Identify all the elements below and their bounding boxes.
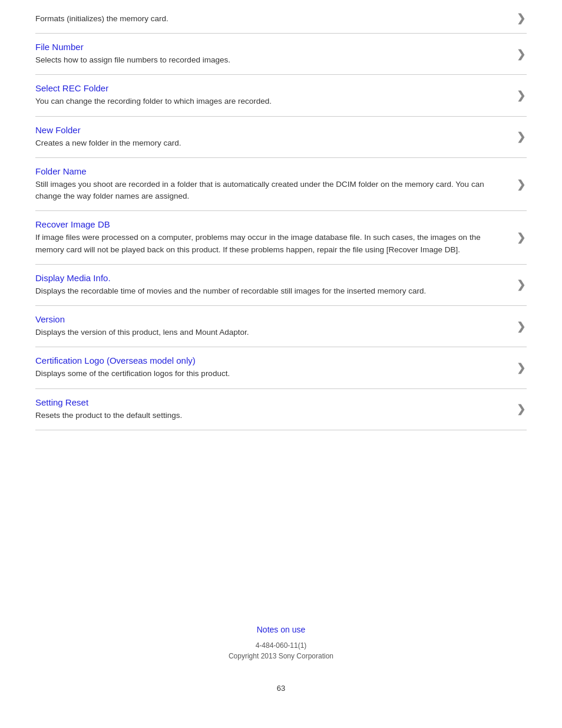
folder-name-item[interactable]: Folder Name Still images you shoot are r… — [35, 158, 527, 212]
copyright: Copyright 2013 Sony Corporation — [35, 652, 527, 660]
version-item[interactable]: Version Displays the version of this pro… — [35, 306, 527, 347]
display-media-info-title: Display Media Info. — [35, 273, 503, 283]
version-desc: Displays the version of this product, le… — [35, 327, 503, 338]
display-media-info-desc: Displays the recordable time of movies a… — [35, 285, 503, 297]
file-number-content: File Number Selects how to assign file n… — [35, 42, 515, 66]
setting-reset-content: Setting Reset Resets the product to the … — [35, 397, 515, 421]
new-folder-title: New Folder — [35, 125, 503, 135]
new-folder-content: New Folder Creates a new folder in the m… — [35, 125, 515, 149]
folder-name-content: Folder Name Still images you shoot are r… — [35, 166, 515, 203]
select-rec-folder-item[interactable]: Select REC Folder You can change the rec… — [35, 75, 527, 116]
file-number-title: File Number — [35, 42, 503, 52]
setting-reset-chevron: ❯ — [515, 403, 527, 416]
format-desc: Formats (initializes) the memory card. — [35, 14, 515, 23]
setting-reset-desc: Resets the product to the default settin… — [35, 410, 503, 421]
select-rec-folder-chevron: ❯ — [515, 89, 527, 102]
recover-image-db-content: Recover Image DB If image files were pro… — [35, 219, 515, 256]
new-folder-chevron: ❯ — [515, 130, 527, 143]
folder-name-chevron: ❯ — [515, 178, 527, 191]
display-media-info-content: Display Media Info. Displays the recorda… — [35, 273, 515, 297]
footer: Notes on use 4-484-060-11(1) Copyright 2… — [35, 589, 527, 660]
display-media-info-chevron: ❯ — [515, 278, 527, 291]
certification-logo-chevron: ❯ — [515, 361, 527, 374]
certification-logo-item[interactable]: Certification Logo (Overseas model only)… — [35, 347, 527, 388]
display-media-info-item[interactable]: Display Media Info. Displays the recorda… — [35, 265, 527, 306]
version-chevron: ❯ — [515, 320, 527, 333]
page-number: 63 — [35, 684, 527, 704]
select-rec-folder-desc: You can change the recording folder to w… — [35, 95, 503, 107]
file-number-chevron: ❯ — [515, 48, 527, 61]
recover-image-db-item[interactable]: Recover Image DB If image files were pro… — [35, 211, 527, 265]
setting-reset-item[interactable]: Setting Reset Resets the product to the … — [35, 389, 527, 430]
new-folder-item[interactable]: New Folder Creates a new folder in the m… — [35, 117, 527, 158]
recover-image-db-desc: If image files were processed on a compu… — [35, 232, 503, 256]
certification-logo-content: Certification Logo (Overseas model only)… — [35, 355, 515, 380]
version-title: Version — [35, 314, 503, 324]
folder-name-title: Folder Name — [35, 166, 503, 176]
file-number-desc: Selects how to assign file numbers to re… — [35, 54, 503, 66]
folder-name-desc: Still images you shoot are recorded in a… — [35, 179, 503, 203]
select-rec-folder-content: Select REC Folder You can change the rec… — [35, 83, 515, 107]
recover-image-db-chevron: ❯ — [515, 231, 527, 244]
certification-logo-title: Certification Logo (Overseas model only) — [35, 355, 503, 365]
format-chevron: ❯ — [515, 12, 527, 25]
new-folder-desc: Creates a new folder in the memory card. — [35, 137, 503, 149]
product-code: 4-484-060-11(1) — [35, 641, 527, 650]
version-content: Version Displays the version of this pro… — [35, 314, 515, 338]
format-item[interactable]: Formats (initializes) the memory card. ❯ — [35, 12, 527, 34]
recover-image-db-title: Recover Image DB — [35, 219, 503, 229]
file-number-item[interactable]: File Number Selects how to assign file n… — [35, 34, 527, 75]
page-container: Formats (initializes) the memory card. ❯… — [0, 0, 562, 728]
setting-reset-title: Setting Reset — [35, 397, 503, 407]
notes-on-use-link[interactable]: Notes on use — [35, 625, 527, 634]
select-rec-folder-title: Select REC Folder — [35, 83, 503, 93]
certification-logo-desc: Displays some of the certification logos… — [35, 368, 503, 380]
